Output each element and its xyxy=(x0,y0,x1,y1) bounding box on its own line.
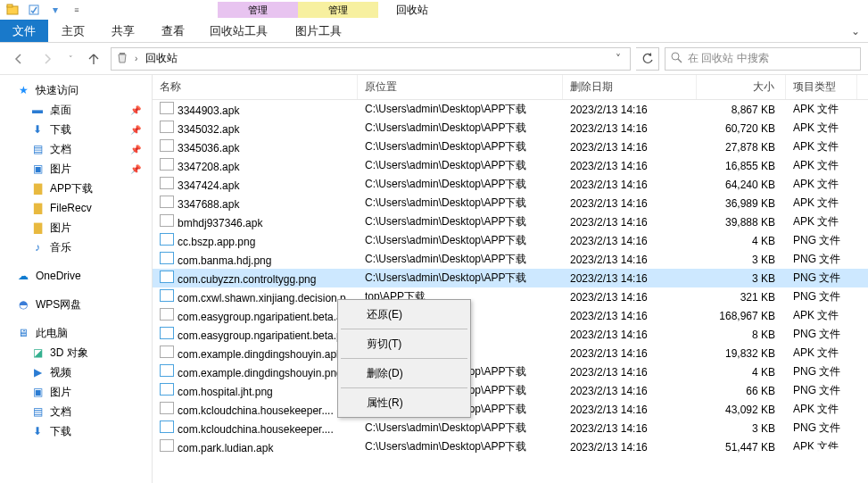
tab-file[interactable]: 文件 xyxy=(0,20,48,42)
qat-dropdown-icon[interactable]: ≡ xyxy=(68,1,86,19)
cell-loc: C:\Users\admin\Desktop\APP下载 xyxy=(358,121,563,136)
tab-recycle-tools[interactable]: 回收站工具 xyxy=(198,20,278,42)
cell-size: 16,855 KB xyxy=(697,160,786,172)
sidebar-item-wps[interactable]: ◓WPS网盘 xyxy=(0,295,152,314)
table-row[interactable]: 3345032.apkC:\Users\admin\Desktop\APP下载2… xyxy=(153,119,868,137)
table-row[interactable]: com.example.dingdingshouyin.pngC:\Users\… xyxy=(153,362,868,381)
col-size[interactable]: 大小 xyxy=(697,75,786,99)
ribbon-expand-icon[interactable]: ⌄ xyxy=(843,20,868,42)
nav-history-dropdown[interactable]: ˅ xyxy=(64,47,77,71)
sidebar-item-documents[interactable]: ▤文档📌 xyxy=(0,139,152,159)
cell-date: 2023/2/13 14:16 xyxy=(563,235,697,247)
sidebar-item-videos[interactable]: ▶视频 xyxy=(0,362,152,382)
menu-item[interactable]: 还原(E) xyxy=(340,302,468,327)
sidebar-item-pictures3[interactable]: ▣图片 xyxy=(0,382,152,402)
sidebar-item-this-pc[interactable]: 🖥此电脑 xyxy=(0,323,152,343)
col-date[interactable]: 删除日期 xyxy=(563,75,697,99)
menu-item[interactable]: 删除(D) xyxy=(340,361,468,386)
cell-loc: C:\Users\admin\Desktop\APP下载 xyxy=(358,196,563,211)
video-icon: ▶ xyxy=(30,365,45,379)
table-row[interactable]: 3347688.apkC:\Users\admin\Desktop\APP下载2… xyxy=(153,194,868,212)
sidebar-item-pictures[interactable]: ▣图片📌 xyxy=(0,159,152,179)
cell-date: 2023/2/13 14:16 xyxy=(563,329,697,341)
sidebar-label: 桌面 xyxy=(50,103,71,118)
cell-name: com.hospital.jht.png xyxy=(178,386,273,398)
table-row[interactable]: com.cxwl.shawn.xinjiang.decision.pngtop\… xyxy=(153,287,868,306)
sidebar-item-quick-access[interactable]: ★快速访问 xyxy=(0,80,152,100)
address-bar[interactable]: › 回收站 ˅ xyxy=(111,47,631,71)
table-row[interactable]: com.cubyzzn.controltygg.pngC:\Users\admi… xyxy=(153,269,868,287)
table-row[interactable]: com.example.dingdingshouyin.apktop\APP下载… xyxy=(153,344,868,362)
ctx-header-picture: 管理 xyxy=(298,2,378,18)
cell-date: 2023/2/13 14:16 xyxy=(563,441,697,454)
sidebar-item-music[interactable]: ♪音乐 xyxy=(0,237,152,257)
search-box[interactable]: 在 回收站 中搜索 xyxy=(665,47,861,71)
document-icon: ▤ xyxy=(30,404,45,419)
sidebar-item-desktop[interactable]: ▬桌面📌 xyxy=(0,100,152,120)
file-icon xyxy=(160,158,174,171)
cell-type: PNG 文件 xyxy=(786,421,857,436)
table-row[interactable]: com.banma.hdj.pngC:\Users\admin\Desktop\… xyxy=(153,250,868,269)
cell-name: 3347424.apk xyxy=(178,179,239,192)
table-row[interactable]: bmhdj937346.apkC:\Users\admin\Desktop\AP… xyxy=(153,212,868,231)
table-row[interactable]: 3344903.apkC:\Users\admin\Desktop\APP下载2… xyxy=(153,100,868,119)
cell-loc: C:\Users\admin\Desktop\APP下载 xyxy=(358,102,563,117)
cell-date: 2023/2/13 14:16 xyxy=(563,122,697,135)
col-name[interactable]: 名称 xyxy=(153,75,358,99)
cell-type: PNG 文件 xyxy=(786,252,857,267)
music-icon: ♪ xyxy=(30,240,45,254)
table-row[interactable]: cc.bszp.app.pngC:\Users\admin\Desktop\AP… xyxy=(153,231,868,250)
table-row[interactable]: 3347208.apkC:\Users\admin\Desktop\APP下载2… xyxy=(153,156,868,175)
undo-icon[interactable]: ▾ xyxy=(46,1,64,19)
explorer-icon xyxy=(4,1,21,19)
table-row[interactable]: com.easygroup.ngaripatient.beta.pngtop\A… xyxy=(153,325,868,344)
table-row[interactable]: com.kcloudchina.housekeeper....C:\Users\… xyxy=(153,419,868,437)
cell-loc: C:\Users\admin\Desktop\APP下载 xyxy=(358,177,563,192)
tab-share[interactable]: 共享 xyxy=(98,20,148,42)
address-history-dropdown[interactable]: ˅ xyxy=(610,53,626,65)
table-row[interactable]: com.kcloudchina.housekeeper....C:\Users\… xyxy=(153,400,868,419)
cell-type: PNG 文件 xyxy=(786,383,857,398)
cell-loc: C:\Users\admin\Desktop\APP下载 xyxy=(358,252,563,267)
nav-up-button[interactable] xyxy=(82,47,105,71)
file-icon xyxy=(160,214,174,227)
breadcrumb-sep-icon[interactable]: › xyxy=(135,54,137,63)
nav-back-button[interactable] xyxy=(7,47,30,71)
menu-item[interactable]: 剪切(T) xyxy=(340,331,468,356)
col-type[interactable]: 项目类型 xyxy=(786,75,857,99)
breadcrumb[interactable]: 回收站 xyxy=(143,51,180,66)
menu-separator xyxy=(341,387,467,388)
sidebar-item-downloads[interactable]: ⬇下载📌 xyxy=(0,120,152,139)
cell-type: PNG 文件 xyxy=(786,271,857,286)
svg-line-5 xyxy=(678,59,682,62)
cell-type: APK 文件 xyxy=(786,177,857,192)
tab-view[interactable]: 查看 xyxy=(148,20,198,42)
file-icon xyxy=(160,121,174,133)
cell-date: 2023/2/13 14:16 xyxy=(563,291,697,304)
table-row[interactable]: com.park.ludian.apkC:\Users\admin\Deskto… xyxy=(153,437,868,456)
tab-home[interactable]: 主页 xyxy=(48,20,98,42)
cell-date: 2023/2/13 14:16 xyxy=(563,160,697,172)
cell-type: APK 文件 xyxy=(786,308,857,323)
sidebar-item-documents2[interactable]: ▤文档 xyxy=(0,402,152,421)
table-row[interactable]: com.easygroup.ngaripatient.beta.apktop\A… xyxy=(153,306,868,325)
sidebar-item-downloads2[interactable]: ⬇下载 xyxy=(0,421,152,441)
sidebar-label: 下载 xyxy=(50,122,71,137)
refresh-button[interactable] xyxy=(636,47,659,71)
sidebar-item-onedrive[interactable]: ☁OneDrive xyxy=(0,266,152,286)
props-icon[interactable] xyxy=(25,1,43,19)
sidebar-item-pictures2[interactable]: ▇图片 xyxy=(0,218,152,237)
table-row[interactable]: com.hospital.jht.pngC:\Users\admin\Deskt… xyxy=(153,381,868,400)
folder-icon: ▇ xyxy=(30,201,45,215)
col-location[interactable]: 原位置 xyxy=(358,75,563,99)
tab-picture-tools[interactable]: 图片工具 xyxy=(278,20,359,42)
menu-item[interactable]: 属性(R) xyxy=(340,390,468,415)
sidebar-item-appdl[interactable]: ▇APP下载 xyxy=(0,179,152,198)
cell-size: 19,832 KB xyxy=(697,347,786,360)
nav-forward-button[interactable] xyxy=(36,47,59,71)
table-row[interactable]: 3345036.apkC:\Users\admin\Desktop\APP下载2… xyxy=(153,137,868,156)
sidebar-item-3d[interactable]: ◪3D 对象 xyxy=(0,343,152,362)
window-title: 回收站 xyxy=(378,3,428,18)
table-row[interactable]: 3347424.apkC:\Users\admin\Desktop\APP下载2… xyxy=(153,175,868,194)
sidebar-item-filerecv[interactable]: ▇FileRecv xyxy=(0,198,152,218)
